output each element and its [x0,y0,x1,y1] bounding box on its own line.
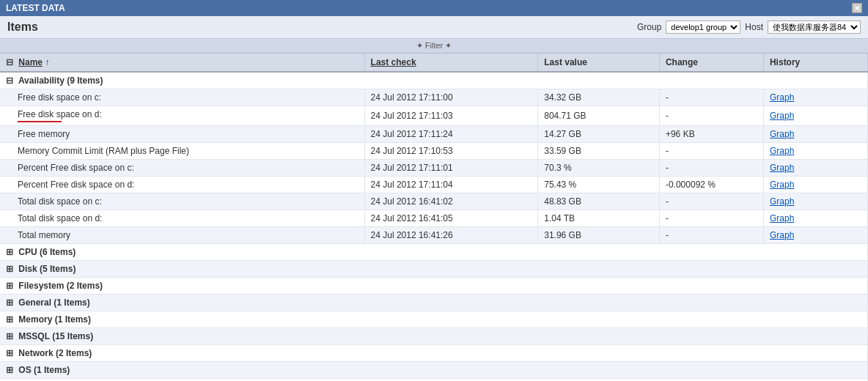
item-name-cell: Total disk space on d: [0,210,364,227]
section-header-general: ⊞ General (1 Items) [0,295,868,311]
item-history-cell: Graph [763,160,867,177]
page-header: Items Group develop1 group Host 使我数据库服务器… [0,16,868,39]
item-name-cell: Free disk space on c: [0,89,364,106]
section-header-availability: ⊟ Availability (9 Items) [0,72,868,89]
graph-link[interactable]: Graph [770,92,794,103]
graph-link[interactable]: Graph [770,196,794,207]
close-icon[interactable]: ✕ [852,3,862,13]
table-row: Free disk space on d: 24 Jul 2012 17:11:… [0,106,868,126]
section-header-cell-cpu: ⊞ CPU (6 Items) [0,244,868,261]
graph-link[interactable]: Graph [770,163,794,173]
lastcheck-sort-link[interactable]: Last check [371,57,416,67]
section-label-network: Network (2 Items) [18,348,92,358]
item-history-cell: Graph [763,89,867,106]
section-toggle-filesystem[interactable]: ⊞ [6,281,13,291]
section-label-memory: Memory (1 Items) [18,314,91,325]
item-history-cell: Graph [763,126,867,143]
table-row: Free memory 24 Jul 2012 17:11:24 14.27 G… [0,126,868,143]
section-toggle-memory[interactable]: ⊞ [6,314,13,325]
name-sort-link[interactable]: Name [18,57,43,67]
section-toggle-general[interactable]: ⊞ [6,297,13,308]
graph-link[interactable]: Graph [770,180,794,190]
item-lastvalue-cell: 70.3 % [538,160,660,177]
item-change-cell: - [659,143,763,160]
item-lastcheck-cell: 24 Jul 2012 17:11:01 [364,160,538,177]
table-row: Percent Free disk space on c: 24 Jul 201… [0,160,868,177]
section-header-cell-availability: ⊟ Availability (9 Items) [0,72,868,89]
item-lastvalue-cell: 48.83 GB [538,193,660,210]
item-history-cell: Graph [763,227,867,244]
section-toggle-availability[interactable]: ⊟ [6,75,13,86]
item-name-cell: Memory Commit Limit (RAM plus Page File) [0,143,364,160]
item-change-cell: - [659,210,763,227]
section-header-cell-mssql: ⊞ MSSQL (15 Items) [0,328,868,345]
item-lastcheck-cell: 24 Jul 2012 17:11:04 [364,177,538,193]
item-change-cell: - [659,160,763,177]
section-header-cell-disk: ⊞ Disk (5 Items) [0,261,868,278]
graph-link[interactable]: Graph [770,230,794,240]
item-lastvalue-cell: 34.32 GB [538,89,660,106]
item-name-cell: Percent Free disk space on d: [0,177,364,193]
item-history-cell: Graph [763,210,867,227]
section-label-mssql: MSSQL (15 Items) [18,331,93,341]
item-lastcheck-cell: 24 Jul 2012 17:10:53 [364,143,538,160]
item-lastcheck-cell: 24 Jul 2012 16:41:26 [364,227,538,244]
table-row: Total disk space on d: 24 Jul 2012 16:41… [0,210,868,227]
title-bar: LATEST DATA ✕ [0,0,868,16]
section-toggle-network[interactable]: ⊞ [6,348,13,358]
graph-link[interactable]: Graph [770,111,794,121]
host-label: Host [745,22,763,32]
item-lastcheck-cell: 24 Jul 2012 16:41:02 [364,193,538,210]
item-change-cell: -0.000092 % [659,177,763,193]
graph-link[interactable]: Graph [770,213,794,223]
item-name-cell: Total disk space on c: [0,193,364,210]
col-header-lastvalue: Last value [538,53,660,72]
section-header-cpu: ⊞ CPU (6 Items) [0,244,868,261]
item-lastvalue-cell: 804.71 GB [538,106,660,126]
table-container: ⊟ Name ↑ Last check Last value Change Hi… [0,53,868,381]
item-change-cell: - [659,227,763,244]
group-select[interactable]: develop1 group [666,21,740,34]
section-header-os: ⊞ OS (1 Items) [0,362,868,379]
section-label-filesystem: Filesystem (2 Items) [18,281,103,291]
section-label-availability: Availability (9 Items) [18,75,103,86]
graph-link[interactable]: Graph [770,129,794,139]
table-row: Memory Commit Limit (RAM plus Page File)… [0,143,868,160]
section-toggle-disk[interactable]: ⊞ [6,264,13,274]
title-bar-label: LATEST DATA [6,3,65,13]
group-label: Group [637,22,661,32]
section-label-cpu: CPU (6 Items) [18,247,76,257]
section-toggle-header[interactable]: ⊟ [6,57,13,67]
item-lastcheck-cell: 24 Jul 2012 16:41:05 [364,210,538,227]
section-header-cell-filesystem: ⊞ Filesystem (2 Items) [0,278,868,295]
section-label-general: General (1 Items) [18,297,89,308]
section-header-cell-os: ⊞ OS (1 Items) [0,362,868,379]
section-header-filesystem: ⊞ Filesystem (2 Items) [0,278,868,295]
table-row: Total disk space on c: 24 Jul 2012 16:41… [0,193,868,210]
section-toggle-os[interactable]: ⊞ [6,365,13,375]
section-header-cell-general: ⊞ General (1 Items) [0,295,868,311]
section-header-mssql: ⊞ MSSQL (15 Items) [0,328,868,345]
item-change-cell: +96 KB [659,126,763,143]
item-history-cell: Graph [763,106,867,126]
item-change-cell: - [659,106,763,126]
section-toggle-mssql[interactable]: ⊞ [6,331,13,341]
item-lastvalue-cell: 14.27 GB [538,126,660,143]
section-header-memory: ⊞ Memory (1 Items) [0,311,868,328]
item-change-cell: - [659,89,763,106]
item-name-cell: Free disk space on d: [0,106,364,126]
section-header-disk: ⊞ Disk (5 Items) [0,261,868,278]
graph-link[interactable]: Graph [770,146,794,156]
item-lastvalue-cell: 33.59 GB [538,143,660,160]
table-header-row: ⊟ Name ↑ Last check Last value Change Hi… [0,53,868,72]
item-lastcheck-cell: 24 Jul 2012 17:11:00 [364,89,538,106]
section-toggle-cpu[interactable]: ⊞ [6,247,13,257]
host-select[interactable]: 使我数据库服务器84 [768,21,861,34]
item-history-cell: Graph [763,177,867,193]
section-label-disk: Disk (5 Items) [18,264,76,274]
item-history-cell: Graph [763,193,867,210]
item-change-cell: - [659,193,763,210]
col-header-history: History [763,53,867,72]
page-title: Items [7,21,38,34]
item-history-cell: Graph [763,143,867,160]
